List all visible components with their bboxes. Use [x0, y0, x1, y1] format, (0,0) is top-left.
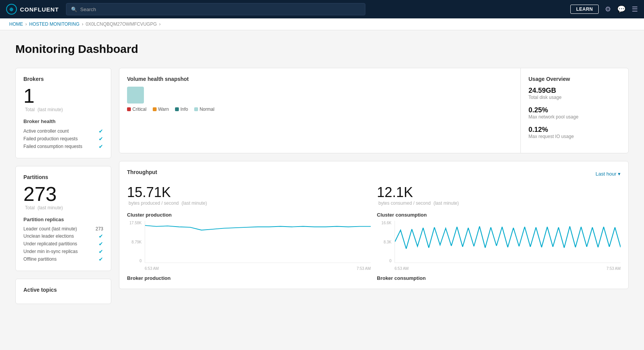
replica-item-offline: Offline partitions ✔	[23, 255, 103, 263]
check-icon-min-isr: ✔	[99, 248, 103, 255]
charts-grid: Cluster production 17.58K 8.79K 0	[127, 212, 621, 271]
produced-label: bytes produced / second (last minute)	[127, 200, 371, 206]
nav-right: LEARN ⚙ 💬 ☰	[570, 5, 638, 14]
health-item-1: Active controller count ✔	[23, 127, 103, 135]
search-icon: 🔍	[71, 7, 77, 12]
breadcrumb: HOME › HOSTED MONITORING › 0X0LCNQBQM27O…	[0, 18, 644, 30]
breadcrumb-sep1: ›	[25, 21, 27, 27]
usage-title: Usage Overview	[528, 76, 621, 82]
legend-critical: Critical	[127, 107, 147, 112]
cluster-production-title: Cluster production	[127, 212, 371, 218]
check-icon-2: ✔	[99, 136, 103, 142]
main-content: Monitoring Dashboard Brokers 1 Total (la…	[0, 30, 644, 316]
usage-network: 0.25% Max network pool usage	[528, 106, 621, 120]
throughput-title: Throughput	[127, 169, 157, 175]
replicas-title: Partition replicas	[23, 217, 103, 222]
breadcrumb-sep2: ›	[82, 21, 83, 27]
active-topics-title: Active topics	[23, 287, 103, 293]
check-icon-1: ✔	[99, 128, 103, 134]
volume-title: Volume health snapshot	[127, 76, 513, 82]
breadcrumb-sep3: ›	[159, 21, 161, 27]
broker-health-title: Broker health	[23, 118, 103, 124]
breadcrumb-home[interactable]: HOME	[9, 21, 23, 27]
produced-value: 15.71K	[127, 184, 371, 200]
learn-button[interactable]: LEARN	[570, 5, 599, 14]
consumed-metric: 12.1K bytes consumed / second (last minu…	[377, 184, 621, 206]
usage-disk: 24.59GB Total disk usage	[528, 87, 621, 100]
brokers-count: 1	[23, 85, 103, 107]
dashboard-grid: Brokers 1 Total (last minute) Broker hea…	[15, 68, 629, 304]
check-icon-offline: ✔	[99, 256, 103, 262]
settings-icon[interactable]: ⚙	[605, 5, 611, 13]
produced-metric: 15.71K bytes produced / second (last min…	[127, 184, 371, 206]
cluster-consumption-chart: Cluster consumption 16.6K 8.3K 0	[377, 212, 621, 271]
replica-item-min-isr: Under min in-sync replicas ✔	[23, 248, 103, 255]
legend-warn: Warn	[153, 107, 169, 112]
throughput-metrics: 15.71K bytes produced / second (last min…	[127, 184, 621, 206]
search-bar[interactable]: 🔍 Search	[66, 3, 365, 15]
partitions-title: Partitions	[23, 174, 103, 180]
check-icon-unclean: ✔	[99, 233, 103, 239]
check-icon-3: ✔	[99, 143, 103, 150]
usage-overview-section: Usage Overview 24.59GB Total disk usage …	[521, 68, 628, 153]
top-nav: ⊕ CONFLUENT 🔍 Search LEARN ⚙ 💬 ☰	[0, 0, 644, 18]
health-item-3: Failed consumption requests ✔	[23, 143, 103, 150]
volume-box	[127, 87, 144, 104]
left-column: Brokers 1 Total (last minute) Broker hea…	[15, 68, 111, 304]
right-column: Volume health snapshot Critical Warn	[119, 68, 629, 304]
chevron-down-icon: ▾	[618, 171, 621, 177]
brokers-title: Brokers	[23, 76, 103, 82]
logo-icon: ⊕	[6, 4, 17, 15]
volume-health-section: Volume health snapshot Critical Warn	[119, 68, 521, 153]
consumed-value: 12.1K	[377, 184, 621, 200]
partitions-sub: Total (last minute)	[23, 205, 103, 210]
active-topics-card: Active topics	[15, 279, 111, 304]
breadcrumb-cluster: 0X0LCNQBQM27OWMFCVUGPG	[86, 21, 157, 27]
search-placeholder: Search	[80, 7, 96, 12]
replica-item-leader: Leader count (last minute) 273	[23, 225, 103, 232]
check-icon-under-rep: ✔	[99, 241, 103, 247]
volume-legend: Critical Warn Info Normal	[127, 107, 513, 112]
logo-text: CONFLUENT	[20, 6, 59, 13]
broker-consumption-title: Broker consumption	[377, 275, 621, 281]
time-select-label: Last hour	[596, 171, 616, 177]
warn-dot	[153, 107, 157, 111]
brokers-card: Brokers 1 Total (last minute) Broker hea…	[15, 68, 111, 158]
critical-dot	[127, 107, 131, 111]
partitions-card: Partitions 273 Total (last minute) Parti…	[15, 166, 111, 271]
brokers-sub: Total (last minute)	[23, 107, 103, 112]
logo: ⊕ CONFLUENT	[6, 4, 60, 15]
page-title: Monitoring Dashboard	[15, 43, 629, 56]
consumed-label: bytes consumed / second (last minute)	[377, 200, 621, 206]
chat-icon[interactable]: 💬	[617, 5, 626, 13]
legend-normal: Normal	[194, 107, 215, 112]
health-item-2: Failed production requests ✔	[23, 135, 103, 143]
broker-production-title: Broker production	[127, 275, 371, 281]
normal-dot	[194, 107, 198, 111]
partitions-count: 273	[23, 183, 103, 205]
bottom-chart-labels: Broker production Broker consumption	[127, 275, 621, 281]
cluster-consumption-title: Cluster consumption	[377, 212, 621, 218]
menu-icon[interactable]: ☰	[632, 5, 638, 13]
replica-item-under-rep: Under replicated partitions ✔	[23, 240, 103, 248]
cluster-production-chart: Cluster production 17.58K 8.79K 0	[127, 212, 371, 271]
throughput-header: Throughput Last hour ▾	[127, 169, 621, 178]
info-dot	[175, 107, 179, 111]
legend-info: Info	[175, 107, 188, 112]
throughput-card: Throughput Last hour ▾ 15.71K bytes prod…	[119, 161, 629, 289]
time-select[interactable]: Last hour ▾	[596, 171, 621, 177]
usage-io: 0.12% Max request IO usage	[528, 126, 621, 139]
volume-usage-row: Volume health snapshot Critical Warn	[119, 68, 629, 153]
breadcrumb-hosted[interactable]: HOSTED MONITORING	[29, 21, 79, 27]
replica-item-unclean: Unclean leader elections ✔	[23, 232, 103, 240]
